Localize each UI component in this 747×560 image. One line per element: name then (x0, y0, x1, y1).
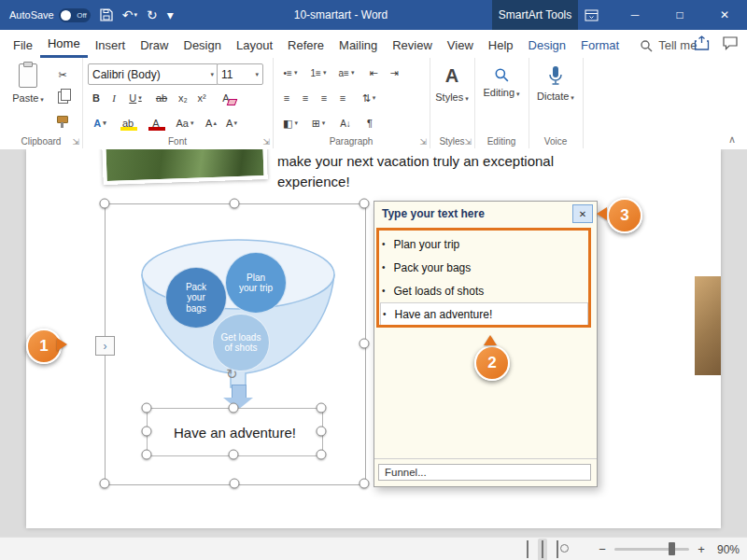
sort-button[interactable]: A↓ (334, 114, 357, 133)
selection-handle[interactable] (142, 427, 152, 437)
format-painter-button[interactable] (52, 110, 73, 129)
tab-help[interactable]: Help (481, 33, 521, 58)
strikethrough-button[interactable]: ab (151, 89, 172, 107)
text-pane-item-selected[interactable]: • Have an adventure! (380, 302, 588, 326)
text-pane-item[interactable]: • Get loads of shots (382, 279, 484, 302)
justify-button[interactable]: ≡ (334, 89, 351, 107)
align-right-button[interactable]: ≡ (316, 89, 332, 107)
read-mode-button[interactable] (523, 539, 532, 560)
selection-handle[interactable] (100, 479, 110, 489)
italic-button[interactable]: I (106, 89, 121, 107)
zoom-in-button[interactable]: + (695, 542, 708, 556)
customize-qat-button[interactable]: ▾ (167, 7, 174, 22)
font-size-combo[interactable]: 11 ▾ (217, 63, 263, 85)
vacation-photo-thumbnail[interactable] (102, 149, 267, 185)
tab-design[interactable]: Design (176, 33, 229, 58)
print-layout-button[interactable] (538, 539, 547, 560)
text-effects-button[interactable]: A (88, 114, 112, 133)
funnel-circle-plan-your-trip[interactable]: Plan your trip (225, 252, 287, 314)
tab-layout[interactable]: Layout (229, 33, 280, 58)
selection-handle[interactable] (317, 427, 327, 437)
bold-button[interactable]: B (88, 89, 105, 107)
increase-indent-button[interactable]: ⇥ (385, 63, 403, 82)
paste-button[interactable]: Paste (7, 63, 49, 131)
line-spacing-button[interactable]: ⇅ (357, 89, 381, 107)
selection-handle[interactable] (230, 199, 240, 209)
decrease-indent-button[interactable]: ⇤ (364, 63, 383, 82)
undo-caret-icon[interactable]: ▾ (134, 11, 137, 19)
redo-button[interactable]: ↻ (147, 7, 158, 22)
tab-mailings[interactable]: Mailing (331, 33, 385, 58)
tab-draw[interactable]: Draw (133, 33, 176, 58)
autosave-switch-icon[interactable]: Off (59, 8, 91, 22)
selection-handle[interactable] (317, 403, 327, 413)
numbering-button[interactable]: 1≡ (306, 63, 331, 82)
clear-formatting-button[interactable]: A (215, 89, 237, 107)
text-pane-expand-button[interactable]: › (95, 336, 115, 356)
show-formatting-marks-button[interactable]: ¶ (360, 114, 379, 133)
text-pane-close-button[interactable]: ✕ (572, 204, 593, 223)
selection-handle[interactable] (229, 450, 239, 460)
shading-button[interactable]: ◧ (278, 114, 303, 133)
selection-handle[interactable] (142, 403, 152, 413)
selection-handle[interactable] (317, 450, 327, 460)
text-highlight-button[interactable]: ab (116, 114, 140, 133)
font-name-combo[interactable]: Calibri (Body) ▾ (88, 63, 218, 85)
selection-handle[interactable] (359, 339, 370, 349)
save-button[interactable] (100, 8, 113, 21)
multilevel-list-button[interactable]: a≡ (334, 63, 359, 82)
autosave-toggle[interactable]: AutoSave Off (9, 8, 91, 22)
subscript-button[interactable]: x₂ (174, 89, 192, 107)
selection-handle[interactable] (100, 199, 110, 209)
tab-smartart-format[interactable]: Format (573, 33, 627, 58)
underline-button[interactable]: U (123, 89, 148, 107)
selection-handle[interactable] (359, 479, 370, 489)
tell-me-box[interactable]: Tell me (640, 33, 697, 58)
align-left-button[interactable]: ≡ (278, 89, 295, 107)
change-case-button[interactable]: Aa (172, 114, 198, 133)
zoom-percentage[interactable]: 90% (717, 543, 740, 556)
selection-handle[interactable] (229, 403, 239, 413)
layout-name-box[interactable]: Funnel... (378, 464, 591, 481)
close-button[interactable]: ✕ (702, 0, 747, 30)
copy-button[interactable] (52, 88, 73, 106)
tab-home[interactable]: Home (40, 33, 88, 58)
zoom-slider[interactable] (614, 548, 689, 551)
grow-font-button[interactable]: A (202, 114, 220, 133)
zoom-out-button[interactable]: − (596, 542, 609, 556)
body-paragraph[interactable]: make your next vacation truly an excepti… (277, 151, 589, 192)
dictate-button[interactable]: Dictate (530, 65, 581, 102)
tab-insert[interactable]: Insert (88, 33, 134, 58)
selection-handle[interactable] (359, 199, 370, 209)
share-icon[interactable] (694, 35, 710, 50)
align-center-button[interactable]: ≡ (297, 89, 314, 107)
superscript-button[interactable]: x² (192, 89, 211, 107)
font-color-button[interactable]: A (144, 114, 168, 133)
styles-button[interactable]: A Styles (431, 65, 472, 103)
collapse-ribbon-button[interactable]: ∧ (728, 133, 736, 146)
tab-smartart-design[interactable]: Design (521, 33, 573, 58)
text-pane-item[interactable]: • Pack your bags (382, 256, 471, 279)
tab-references[interactable]: Refere (280, 33, 331, 58)
tab-view[interactable]: View (440, 33, 481, 58)
minimize-button[interactable]: ─ (613, 0, 657, 30)
funnel-circle-get-loads-of-shots[interactable]: Get loads of shots (212, 314, 270, 371)
bullets-button[interactable]: •≡ (278, 63, 303, 82)
text-pane-item[interactable]: • Plan your trip (382, 232, 459, 256)
font-dialog-launcher[interactable]: ⇲ (262, 137, 270, 147)
editing-button[interactable]: Editing (476, 67, 527, 98)
undo-button[interactable]: ↶ ▾ (122, 7, 137, 22)
paragraph-dialog-launcher[interactable]: ⇲ (419, 137, 427, 147)
zoom-slider-thumb[interactable] (669, 542, 675, 555)
rotation-handle-icon[interactable]: ↻ (226, 366, 238, 383)
comments-icon[interactable] (723, 36, 738, 50)
clipboard-dialog-launcher[interactable]: ⇲ (72, 137, 79, 147)
web-layout-button[interactable] (553, 539, 562, 560)
contextual-tab-smartart-tools[interactable]: SmartArt Tools (492, 0, 578, 30)
tab-review[interactable]: Review (385, 33, 440, 58)
selection-handle[interactable] (142, 450, 152, 460)
shrink-font-button[interactable]: A (222, 114, 241, 133)
cut-button[interactable]: ✂ (52, 65, 73, 84)
ribbon-display-options-button[interactable] (583, 7, 599, 22)
funnel-circle-pack-your-bags[interactable]: Pack your bags (165, 267, 227, 329)
